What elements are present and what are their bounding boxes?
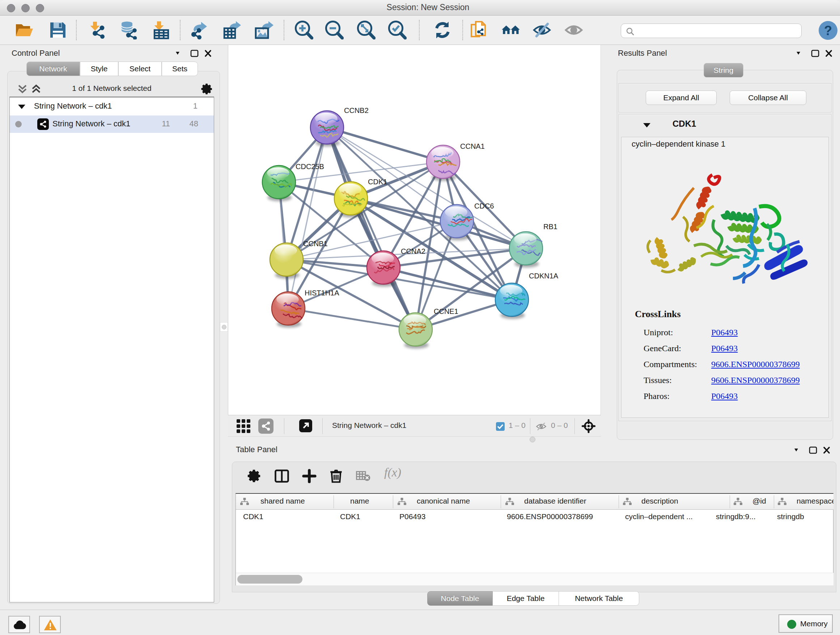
- svg-text:CCNB2: CCNB2: [344, 106, 369, 114]
- svg-text:CCNA1: CCNA1: [460, 142, 485, 150]
- svg-text:RB1: RB1: [543, 223, 557, 231]
- svg-text:CDKN1A: CDKN1A: [529, 272, 559, 280]
- svg-text:CCNB1: CCNB1: [303, 240, 328, 248]
- svg-text:CDC25B: CDC25B: [295, 163, 324, 171]
- svg-text:CDK1: CDK1: [368, 178, 387, 186]
- svg-text:CCNA2: CCNA2: [401, 247, 425, 255]
- svg-text:HIST1H1A: HIST1H1A: [305, 289, 339, 297]
- svg-text:CDC6: CDC6: [474, 202, 494, 210]
- svg-text:?: ?: [824, 23, 832, 38]
- svg-text:CCNE1: CCNE1: [434, 307, 458, 315]
